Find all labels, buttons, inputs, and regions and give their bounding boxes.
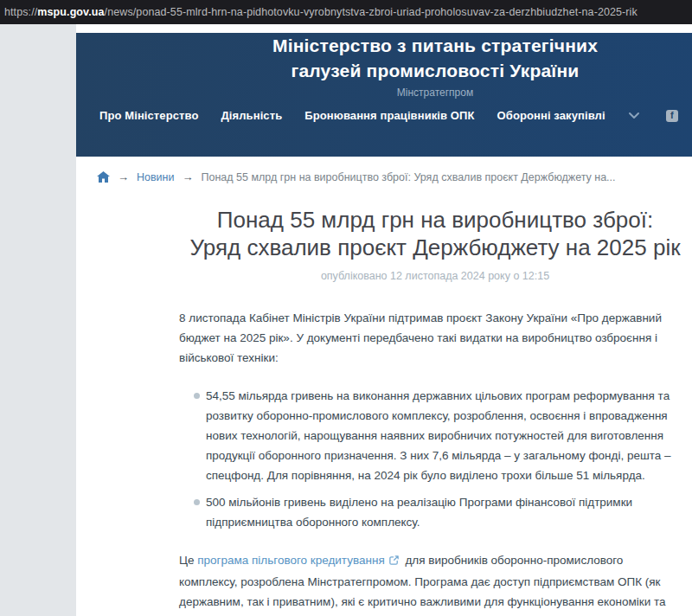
- page-layout: Міністерство з питань стратегічних галуз…: [0, 24, 692, 616]
- external-link-icon[interactable]: [388, 552, 400, 572]
- site-header: Міністерство з питань стратегічних галуз…: [76, 33, 692, 157]
- browser-url-bar[interactable]: https://mspu.gov.ua/news/ponad-55-mlrd-h…: [0, 0, 692, 24]
- nav-item-opk-reservation[interactable]: Бронювання працівників ОПК: [304, 109, 474, 122]
- breadcrumb-separator: →: [118, 170, 129, 183]
- site-title: Міністерство з питань стратегічних галуз…: [249, 33, 621, 83]
- expenditure-list: 54,55 мільярда гривень на виконання держ…: [179, 386, 679, 532]
- nav-more-dropdown[interactable]: [628, 112, 640, 119]
- url-scheme: https://: [4, 6, 37, 18]
- url-path: /news/ponad-55-mlrd-hrn-na-pidhotovku-vy…: [105, 6, 638, 18]
- breadcrumb-separator: →: [183, 170, 194, 183]
- article-body: 8 листопада Кабінет Міністрів України пі…: [179, 308, 679, 616]
- site-subtitle: Мінстратегпром: [249, 87, 621, 99]
- site-brand[interactable]: Міністерство з питань стратегічних галуз…: [249, 33, 621, 99]
- article-title: Понад 55 млрд грн на виробництво зброї: …: [189, 206, 681, 261]
- list-item: 54,55 мільярда гривень на виконання держ…: [179, 386, 679, 485]
- article-paragraph-program: Це програма пільгового кредитування для …: [179, 550, 679, 616]
- breadcrumb-current-page: Понад 55 млрд грн на виробництво зброї: …: [202, 171, 616, 183]
- breadcrumb: → Новини → Понад 55 млрд грн на виробниц…: [76, 157, 692, 183]
- breadcrumb-link-news[interactable]: Новини: [137, 171, 175, 183]
- list-item-text: 500 мільйонів гривень виділено на реаліз…: [206, 496, 632, 529]
- bullet-dot-icon: [194, 393, 200, 399]
- bullet-dot-icon: [194, 499, 200, 505]
- home-icon[interactable]: [97, 171, 110, 183]
- article-paragraph-intro: 8 листопада Кабінет Міністрів України пі…: [179, 308, 679, 368]
- left-gutter: [0, 24, 76, 616]
- nav-item-activity[interactable]: Діяльність: [221, 109, 282, 122]
- list-item: 500 мільйонів гривень виділено на реаліз…: [179, 492, 679, 532]
- published-date: опубліковано 12 листопада 2024 року о 12…: [189, 270, 681, 282]
- main-navigation: Про Міністерство Діяльність Бронювання п…: [76, 109, 692, 122]
- url-domain: mspu.gov.ua: [37, 6, 104, 18]
- preferential-credit-program-link[interactable]: програма пільгового кредитування: [197, 554, 384, 567]
- chevron-down-icon: [628, 112, 640, 119]
- facebook-icon[interactable]: f: [666, 110, 678, 122]
- nav-item-defense-procurement[interactable]: Оборонні закупівлі: [497, 109, 606, 122]
- page-content: Міністерство з питань стратегічних галуз…: [76, 24, 692, 616]
- nav-item-about-ministry[interactable]: Про Міністерство: [99, 109, 198, 122]
- paragraph-text: Це: [179, 554, 197, 567]
- list-item-text: 54,55 мільярда гривень на виконання держ…: [206, 389, 671, 482]
